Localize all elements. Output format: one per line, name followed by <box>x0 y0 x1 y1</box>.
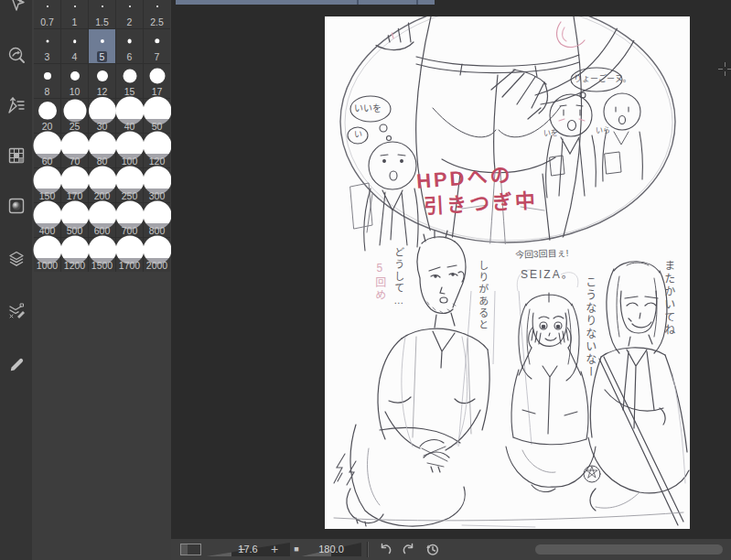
speech-bubble-small-text: い <box>354 130 362 139</box>
brush-size-cell-6[interactable]: 6 <box>116 29 143 63</box>
zoom-slider[interactable]: 17.6 <box>206 543 290 556</box>
brush-size-cell-1[interactable]: 1 <box>61 0 88 28</box>
brush-size-label: 2000 <box>144 260 170 271</box>
brush-tip-preview <box>155 38 159 43</box>
brush-size-cell-10[interactable]: 10 <box>61 64 88 98</box>
layer-property-button[interactable] <box>6 300 27 320</box>
sketch-note-seiza: SEIZA。 <box>521 269 575 282</box>
gradient-tile-button[interactable] <box>6 196 27 216</box>
pen-upload-icon <box>7 96 26 114</box>
brush-size-cell-80[interactable]: 80 <box>89 134 115 167</box>
brush-size-cell-1000[interactable]: 1000 <box>34 238 60 272</box>
canvas-page[interactable]: HPDへの 引きつぎ中 いいを い りょーごーヌ。 いを いら どうして… 5回… <box>325 16 690 529</box>
brush-size-cell-3[interactable]: 3 <box>34 29 60 63</box>
brush-size-cell-170[interactable]: 170 <box>61 168 88 202</box>
brush-tip-preview <box>38 102 57 120</box>
brush-size-label: 1500 <box>89 260 115 271</box>
pencil-icon <box>7 353 26 372</box>
rotation-value: 180.0 <box>301 544 361 555</box>
brush-size-cell-200[interactable]: 200 <box>89 168 115 202</box>
undo-button[interactable] <box>378 543 392 556</box>
brush-size-cell-400[interactable]: 400 <box>34 203 60 237</box>
brush-tip-preview <box>102 5 103 7</box>
brush-size-palette: 0.711.522.534567810121517202530405060708… <box>32 0 171 560</box>
brush-size-label: 600 <box>89 225 115 236</box>
brush-size-cell-700[interactable]: 700 <box>116 203 143 237</box>
brush-size-cell-1700[interactable]: 1700 <box>116 238 143 272</box>
brush-size-label: 400 <box>34 225 60 236</box>
brush-size-cell-5[interactable]: 5 <box>89 29 115 63</box>
sketch-note-shiri: しりがあると <box>477 260 489 331</box>
brush-size-cell-12[interactable]: 12 <box>89 64 115 98</box>
bottom-navigation-bar: 17.6 − + ■ 180.0 <box>171 539 731 560</box>
brush-tip-preview <box>70 71 80 81</box>
brush-size-label: 300 <box>144 190 170 201</box>
brush-size-label: 200 <box>89 190 115 201</box>
operation-tool-button[interactable] <box>6 0 27 14</box>
brush-size-cell-25[interactable]: 25 <box>61 99 88 133</box>
brush-size-cell-8[interactable]: 8 <box>34 64 60 98</box>
brush-size-label: 17 <box>144 86 170 97</box>
brush-size-cell-0.7[interactable]: 0.7 <box>34 0 60 28</box>
brush-size-cell-1500[interactable]: 1500 <box>89 238 115 272</box>
strip-divider <box>416 0 418 5</box>
strip-divider <box>357 0 359 5</box>
layers-button[interactable] <box>6 249 27 269</box>
brush-size-cell-15[interactable]: 15 <box>116 64 143 98</box>
brush-size-label: 40 <box>116 121 143 132</box>
brush-size-cell-100[interactable]: 100 <box>116 134 143 167</box>
brush-size-label: 20 <box>34 121 60 132</box>
brush-size-cell-2000[interactable]: 2000 <box>144 238 170 272</box>
brush-size-label: 2.5 <box>144 16 170 27</box>
brush-size-cell-1.5[interactable]: 1.5 <box>89 0 115 28</box>
navigator-preview-box[interactable] <box>180 544 201 555</box>
bar-separator <box>367 542 369 557</box>
horizontal-scrollbar[interactable] <box>535 544 723 555</box>
redo-button[interactable] <box>402 543 416 556</box>
brush-size-cell-20[interactable]: 20 <box>34 99 60 133</box>
operation-cursor-icon <box>7 0 26 13</box>
brush-size-label: 8 <box>34 86 60 97</box>
brush-tip-preview <box>73 39 77 43</box>
brush-size-cell-50[interactable]: 50 <box>144 99 170 133</box>
brush-size-cell-1200[interactable]: 1200 <box>61 238 88 272</box>
brush-size-cell-60[interactable]: 60 <box>34 134 60 167</box>
undo-icon <box>378 543 392 556</box>
color-swatches-button[interactable] <box>6 145 27 166</box>
history-button[interactable] <box>425 543 440 556</box>
brush-size-cell-2[interactable]: 2 <box>116 0 143 28</box>
brush-size-cell-800[interactable]: 800 <box>144 203 170 237</box>
brush-size-label: 6 <box>116 51 143 62</box>
brush-size-label: 1.5 <box>89 16 115 27</box>
gradient-circle-icon <box>7 197 26 215</box>
brush-size-cell-250[interactable]: 250 <box>116 168 143 202</box>
layer-edit-icon <box>7 301 26 319</box>
export-pen-button[interactable] <box>6 95 27 115</box>
paint-app-window: 0.711.522.534567810121517202530405060708… <box>0 0 731 560</box>
brush-size-cell-500[interactable]: 500 <box>61 203 88 237</box>
brush-size-label: 30 <box>89 121 115 132</box>
brush-size-cell-17[interactable]: 17 <box>144 64 170 98</box>
brush-size-cell-300[interactable]: 300 <box>144 168 170 202</box>
brush-size-cell-2.5[interactable]: 2.5 <box>144 0 170 28</box>
brush-size-label: 1 <box>61 16 88 27</box>
brush-size-label: 170 <box>61 190 88 201</box>
brush-size-cell-70[interactable]: 70 <box>61 134 88 167</box>
brush-size-cell-120[interactable]: 120 <box>144 134 170 167</box>
brush-size-cell-4[interactable]: 4 <box>61 29 88 63</box>
brush-size-label: 250 <box>116 190 143 201</box>
pen-tool-button[interactable] <box>6 352 27 372</box>
sketch-note-doushite: どうして… <box>392 247 404 307</box>
brush-size-cell-150[interactable]: 150 <box>34 168 60 202</box>
navigate-zoom-button[interactable] <box>6 45 27 65</box>
brush-size-cell-600[interactable]: 600 <box>89 203 115 237</box>
rotation-slider[interactable]: 180.0 <box>301 543 361 556</box>
brush-size-cell-7[interactable]: 7 <box>144 29 170 63</box>
brush-tip-preview <box>47 5 48 7</box>
brush-size-label: 7 <box>144 51 170 62</box>
brush-tip-preview <box>129 5 131 7</box>
canvas-area[interactable]: HPDへの 引きつぎ中 いいを い りょーごーヌ。 いを いら どうして… 5回… <box>171 0 731 560</box>
brush-size-cell-40[interactable]: 40 <box>116 99 143 133</box>
brush-size-cell-30[interactable]: 30 <box>89 99 115 133</box>
top-panel-strip[interactable] <box>176 0 435 5</box>
